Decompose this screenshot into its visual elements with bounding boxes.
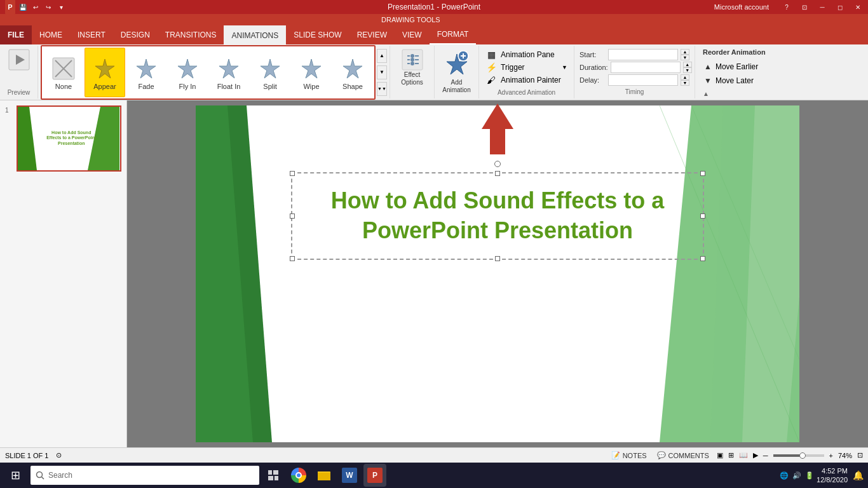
slideshow-icon[interactable]: ▶ xyxy=(753,451,758,459)
comments-btn[interactable]: 💬 COMMENTS xyxy=(654,451,712,459)
anim-split[interactable]: Split xyxy=(250,48,290,97)
handle-mr[interactable] xyxy=(700,214,705,219)
tab-view[interactable]: VIEW xyxy=(395,25,430,44)
duration-spin-up[interactable]: ▲ xyxy=(683,62,692,67)
flyin-icon xyxy=(175,56,200,81)
accessibility-icon[interactable]: ⊙ xyxy=(56,451,62,459)
preview-icon[interactable] xyxy=(8,48,31,71)
start-spin-up[interactable]: ▲ xyxy=(681,49,689,55)
start-input[interactable] xyxy=(608,49,678,60)
handle-bl[interactable] xyxy=(290,256,295,261)
notification-btn[interactable]: 🔔 xyxy=(850,468,865,483)
anim-none[interactable]: None xyxy=(43,48,84,97)
anim-wipe[interactable]: Wipe xyxy=(291,48,332,97)
tab-home[interactable]: HOME xyxy=(32,25,70,44)
zoom-in-icon[interactable]: + xyxy=(829,452,833,459)
anim-fade[interactable]: Fade xyxy=(126,48,166,97)
fit-slide-icon[interactable]: ⊡ xyxy=(857,451,863,459)
zoom-thumb[interactable] xyxy=(799,452,806,459)
effect-options-icon xyxy=(401,48,424,71)
appear-icon xyxy=(92,56,118,81)
move-later-btn[interactable]: ▼ Move Later xyxy=(703,75,789,86)
animation-painter-btn[interactable]: 🖌 Animation Painter xyxy=(484,74,569,86)
timing-start-row: Start: ▲ ▼ xyxy=(580,49,689,60)
move-earlier-btn[interactable]: ▲ Move Earlier xyxy=(703,61,789,72)
tab-slideshow[interactable]: SLIDE SHOW xyxy=(286,25,349,44)
tab-review[interactable]: REVIEW xyxy=(349,25,395,44)
tab-transitions[interactable]: TRANSITIONS xyxy=(158,25,224,44)
scroll-more[interactable]: ▼▼ xyxy=(377,82,387,96)
zoom-out-icon[interactable]: ─ xyxy=(763,452,768,459)
account-label[interactable]: Microsoft account xyxy=(709,3,774,11)
chrome-icon xyxy=(291,468,306,483)
reorder-collapse-btn[interactable]: ▲ xyxy=(703,89,789,98)
file-explorer-btn[interactable] xyxy=(313,464,336,487)
close-icon[interactable]: ✕ xyxy=(853,2,863,12)
delay-spin-down[interactable]: ▼ xyxy=(681,80,689,86)
delay-label: Delay: xyxy=(580,76,606,84)
handle-ml[interactable] xyxy=(290,214,295,219)
tab-file[interactable]: FILE xyxy=(0,25,32,44)
handle-tr[interactable] xyxy=(700,171,705,176)
none-icon xyxy=(51,56,76,81)
preview-label: Preview xyxy=(8,88,31,96)
task-view-btn[interactable] xyxy=(262,464,285,487)
battery-icon[interactable]: 🔋 xyxy=(805,471,814,480)
restore-icon[interactable]: ◻ xyxy=(835,2,845,12)
slide-thumbnail-1[interactable]: How to Add Sound Effects to a PowerPoint… xyxy=(17,105,121,172)
handle-bm[interactable] xyxy=(495,256,500,261)
reading-view-icon[interactable]: 📖 xyxy=(739,451,748,459)
ribbon-display-icon[interactable]: ⊡ xyxy=(799,2,810,12)
zoom-slider[interactable] xyxy=(773,454,824,457)
duration-spin-down[interactable]: ▼ xyxy=(683,67,692,73)
tab-animations[interactable]: ANIMATIONS xyxy=(224,25,286,44)
floatin-label: Float In xyxy=(217,83,241,90)
handle-tm[interactable] xyxy=(495,171,500,176)
anim-flyin[interactable]: Fly In xyxy=(167,48,208,97)
reorder-title: Reorder Animation xyxy=(703,48,789,56)
help-icon[interactable]: ? xyxy=(782,2,792,12)
scroll-up[interactable]: ▲ xyxy=(377,49,387,63)
start-button[interactable]: ⊞ xyxy=(3,463,28,488)
effect-options-btn[interactable]: EffectOptions xyxy=(401,48,424,86)
slide-textbox[interactable]: How to Add Sound Effects to a PowerPoint… xyxy=(291,172,704,260)
start-spin-down[interactable]: ▼ xyxy=(681,55,689,60)
handle-tl[interactable] xyxy=(290,171,295,176)
add-animation-btn[interactable]: AddAnimation xyxy=(442,51,470,94)
delay-input[interactable] xyxy=(608,74,678,86)
notes-btn[interactable]: 📝 NOTES xyxy=(609,451,649,459)
handle-br[interactable] xyxy=(700,256,705,261)
customize-icon[interactable]: ▾ xyxy=(56,2,66,12)
save-icon[interactable]: 💾 xyxy=(18,2,28,12)
network-icon[interactable]: 🌐 xyxy=(780,471,789,480)
timing-delay-row: Delay: ▲ ▼ xyxy=(580,74,689,86)
status-left: SLIDE 1 OF 1 ⊙ xyxy=(5,451,62,459)
normal-view-icon[interactable]: ▣ xyxy=(717,451,723,459)
trigger-btn[interactable]: ⚡ Trigger ▼ xyxy=(484,61,569,74)
zoom-percent[interactable]: 74% xyxy=(838,452,852,459)
undo-icon[interactable]: ↩ xyxy=(31,2,41,12)
tab-insert[interactable]: INSERT xyxy=(70,25,113,44)
redo-icon[interactable]: ↪ xyxy=(43,2,53,12)
trigger-dropdown-icon: ▼ xyxy=(562,64,567,71)
scroll-down[interactable]: ▼ xyxy=(377,65,387,79)
animation-pane-btn[interactable]: ▦ Animation Pane xyxy=(484,48,569,61)
slide-sorter-icon[interactable]: ⊞ xyxy=(728,451,734,459)
canvas-area: How to Add Sound Effects to a PowerPoint… xyxy=(127,100,868,447)
minimize-icon[interactable]: ─ xyxy=(817,2,827,12)
chrome-btn[interactable] xyxy=(287,464,310,487)
anim-shape[interactable]: Shape xyxy=(332,48,373,97)
search-bar[interactable]: Search xyxy=(31,466,259,485)
duration-input[interactable] xyxy=(611,62,681,73)
ppt-taskbar-btn[interactable]: P xyxy=(363,464,386,487)
time-display[interactable]: 4:52 PM 12/8/2020 xyxy=(817,466,848,485)
rotate-handle[interactable] xyxy=(494,161,501,167)
anim-appear[interactable]: Appear xyxy=(85,48,125,97)
delay-spin-up[interactable]: ▲ xyxy=(681,74,689,80)
app-icon: P xyxy=(5,2,15,12)
anim-floatin[interactable]: Float In xyxy=(208,48,249,97)
tab-design[interactable]: DESIGN xyxy=(113,25,158,44)
volume-icon[interactable]: 🔊 xyxy=(792,471,801,480)
word-btn[interactable]: W xyxy=(338,464,361,487)
tab-format[interactable]: FORMAT xyxy=(430,25,477,44)
